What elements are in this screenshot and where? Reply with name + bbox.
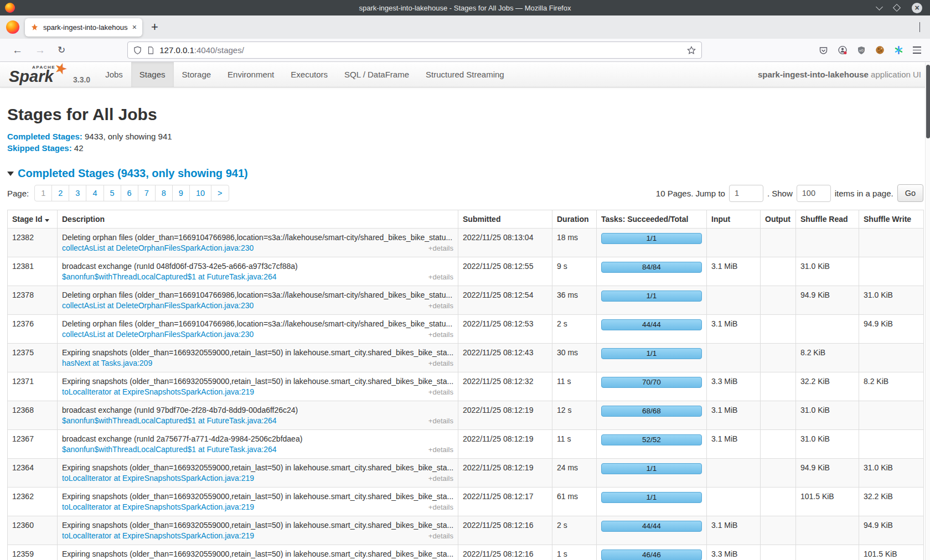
bookmark-star-icon[interactable]: [687, 46, 696, 55]
stage-detail-link[interactable]: $anonfun$withThreadLocalCaptured$1 at Fu…: [62, 272, 277, 281]
new-tab-button[interactable]: +: [151, 21, 158, 33]
stage-id-cell: 12382: [8, 229, 58, 257]
details-toggle[interactable]: +details: [428, 302, 453, 310]
column-header-stage-id[interactable]: Stage Id: [8, 210, 58, 229]
firefox-logo[interactable]: [6, 20, 19, 34]
page-button-5[interactable]: 5: [104, 185, 121, 201]
shuffle-write-cell: 94.9 KiB: [859, 315, 924, 344]
page-button-10[interactable]: 10: [189, 185, 211, 201]
details-toggle[interactable]: +details: [428, 359, 453, 367]
description-cell: Expiring snapshots (older_than=166932055…: [58, 545, 458, 560]
nav-item-sql-dataframe[interactable]: SQL / DataFrame: [336, 62, 417, 87]
stage-detail-link[interactable]: hasNext at Tasks.java:209: [62, 359, 152, 367]
nav-item-storage[interactable]: Storage: [174, 62, 220, 87]
hamburger-menu-icon[interactable]: [913, 46, 921, 53]
column-header-input[interactable]: Input: [707, 210, 761, 229]
page-info-icon[interactable]: [147, 46, 154, 55]
stage-detail-link[interactable]: $anonfun$withThreadLocalCaptured$1 at Fu…: [62, 416, 277, 425]
table-row: 12371 Expiring snapshots (older_than=166…: [8, 372, 924, 401]
details-toggle[interactable]: +details: [428, 417, 453, 425]
submitted-cell: 2022/11/25 08:12:43: [458, 344, 552, 372]
collapse-arrow-icon: [7, 172, 14, 176]
details-toggle[interactable]: +details: [428, 474, 453, 483]
column-header-tasks-succeeded-total[interactable]: Tasks: Succeeded/Total: [597, 210, 707, 229]
details-toggle[interactable]: +details: [428, 532, 453, 540]
description-text: Deleting orphan files (older_than=166910…: [62, 291, 453, 299]
spark-navbar: APACHE Spark ★ 3.3.0 JobsStagesStorageEn…: [0, 62, 930, 87]
page-scrollbar[interactable]: [925, 63, 930, 560]
url-text[interactable]: 127.0.0.1:4040/stages/: [159, 45, 682, 55]
description-cell: broadcast exchange (runId 97bdf70e-2f28-…: [58, 401, 458, 430]
tasks-cell: 1/1: [597, 286, 707, 315]
jump-to-page-input[interactable]: [729, 185, 763, 202]
page-button-8[interactable]: 8: [155, 185, 173, 201]
page-button-1[interactable]: 1: [34, 185, 52, 201]
next-page-button[interactable]: >: [211, 185, 229, 201]
url-bar[interactable]: 127.0.0.1:4040/stages/: [127, 42, 702, 59]
pocket-icon[interactable]: [819, 46, 828, 55]
completed-stages-summary: Completed Stages: 9433, only showing 941: [7, 131, 930, 142]
details-toggle[interactable]: +details: [428, 388, 453, 396]
minimize-button[interactable]: [876, 3, 883, 11]
stage-detail-link[interactable]: toLocalIterator at ExpireSnapshotsSparkA…: [62, 531, 254, 540]
nav-item-environment[interactable]: Environment: [219, 62, 282, 87]
skipped-stages-summary: Skipped Stages: 42: [7, 142, 930, 154]
details-toggle[interactable]: +details: [428, 330, 453, 339]
scrollbar-thumb[interactable]: [926, 65, 930, 138]
tasks-cell: 46/46: [597, 545, 707, 560]
spark-logo[interactable]: APACHE Spark ★: [8, 62, 73, 87]
skipped-stages-value: 42: [72, 143, 84, 153]
details-toggle[interactable]: +details: [428, 445, 453, 454]
details-toggle[interactable]: +details: [428, 244, 453, 252]
description-text: Expiring snapshots (older_than=166932055…: [62, 348, 453, 357]
stages-table: Stage IdDescriptionSubmittedDurationTask…: [7, 210, 924, 560]
stage-detail-link[interactable]: toLocalIterator at ExpireSnapshotsSparkA…: [62, 474, 254, 483]
completed-stages-section-heading[interactable]: Completed Stages (9433, only showing 941…: [7, 167, 930, 180]
browser-tab[interactable]: spark-ingest-into-lakehouse ×: [25, 18, 142, 37]
skipped-stages-label: Skipped Stages:: [7, 143, 72, 153]
page-button-9[interactable]: 9: [172, 185, 190, 201]
items-per-page-input[interactable]: [797, 185, 831, 202]
account-extension-icon[interactable]: [838, 45, 848, 55]
go-button[interactable]: Go: [897, 184, 923, 202]
nav-item-structured-streaming[interactable]: Structured Streaming: [417, 62, 513, 87]
forward-button[interactable]: →: [35, 45, 45, 55]
stage-detail-link[interactable]: toLocalIterator at ExpireSnapshotsSparkA…: [62, 502, 254, 511]
close-button[interactable]: ×: [912, 3, 922, 13]
stage-detail-link[interactable]: collectAsList at DeleteOrphanFilesSparkA…: [62, 243, 254, 252]
back-button[interactable]: ←: [12, 45, 23, 55]
tracking-shield-icon[interactable]: [133, 46, 142, 55]
column-header-shuffle-read[interactable]: Shuffle Read: [796, 210, 859, 229]
column-header-duration[interactable]: Duration: [552, 210, 597, 229]
list-all-tabs-button[interactable]: [919, 22, 920, 32]
column-header-shuffle-write[interactable]: Shuffle Write: [859, 210, 924, 229]
page-button-7[interactable]: 7: [138, 185, 156, 201]
page-button-6[interactable]: 6: [121, 185, 138, 201]
cookie-icon[interactable]: [875, 45, 885, 55]
nav-item-stages[interactable]: Stages: [131, 62, 174, 87]
stage-detail-link[interactable]: toLocalIterator at ExpireSnapshotsSparkA…: [62, 387, 254, 396]
page-button-4[interactable]: 4: [86, 185, 104, 201]
sync-asterisk-icon[interactable]: [894, 45, 903, 55]
reload-button[interactable]: ↻: [58, 44, 65, 56]
shuffle-read-cell: 31.0 KiB: [796, 257, 859, 286]
maximize-button[interactable]: [893, 4, 901, 12]
nav-item-executors[interactable]: Executors: [282, 62, 336, 87]
ublock-shield-icon[interactable]: uO: [857, 46, 866, 55]
page-button-3[interactable]: 3: [69, 185, 86, 201]
details-toggle[interactable]: +details: [428, 273, 453, 281]
details-toggle[interactable]: +details: [428, 503, 453, 511]
page-button-2[interactable]: 2: [51, 185, 69, 201]
stage-detail-link[interactable]: $anonfun$withThreadLocalCaptured$1 at Fu…: [62, 445, 277, 454]
tasks-progress-bar: 44/44: [601, 521, 702, 532]
nav-item-jobs[interactable]: Jobs: [97, 62, 131, 87]
column-header-output[interactable]: Output: [761, 210, 796, 229]
column-header-description[interactable]: Description: [58, 210, 458, 229]
column-header-submitted[interactable]: Submitted: [458, 210, 552, 229]
stage-detail-link[interactable]: collectAsList at DeleteOrphanFilesSparkA…: [62, 301, 254, 310]
tab-close-button[interactable]: ×: [132, 23, 137, 32]
duration-cell: 36 ms: [552, 286, 597, 315]
application-suffix: application UI: [869, 70, 921, 79]
input-cell: 3.1 MiB: [707, 430, 761, 459]
stage-detail-link[interactable]: collectAsList at DeleteOrphanFilesSparkA…: [62, 330, 254, 339]
